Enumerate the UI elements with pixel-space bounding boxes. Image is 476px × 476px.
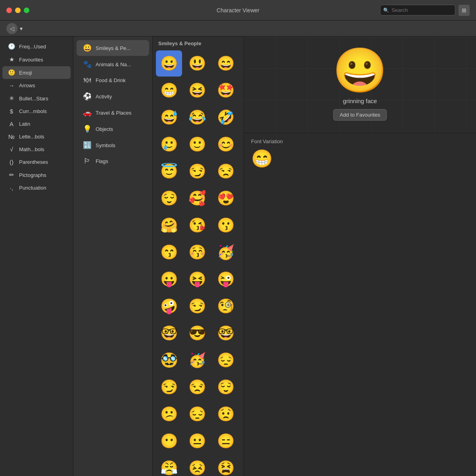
sidebar-label-pictographs: Pictographs (19, 172, 46, 178)
mid-item-symbols[interactable]: 🔣Symbols (77, 137, 149, 153)
mid-item-animals[interactable]: 🐾Animals & Na... (77, 56, 149, 72)
sidebar-item-math-bols[interactable]: √Math...bols (2, 143, 71, 155)
emoji-cell[interactable]: 😟 (213, 401, 239, 427)
mid-item-flags[interactable]: 🏳Flags (77, 154, 149, 169)
emoji-cell[interactable]: 🥳 (213, 239, 239, 265)
sidebar-mid: 😀Smileys & Pe...🐾Animals & Na...🍽Food & … (73, 36, 153, 476)
emoji-cell[interactable]: 😝 (184, 266, 211, 292)
sidebar-item-latin[interactable]: ALatin (2, 118, 71, 130)
dropdown-button[interactable]: ▾ (20, 25, 23, 32)
sidebar-item-arrows[interactable]: →Arrows (2, 79, 71, 92)
emoji-cell[interactable]: 😊 (213, 131, 239, 157)
emoji-cell[interactable]: 😫 (213, 455, 239, 476)
emoji-cell[interactable]: 😆 (184, 77, 211, 104)
sidebar-item-lette-bols[interactable]: №Lette...bols (2, 131, 71, 143)
emoji-cell[interactable]: 😍 (213, 185, 239, 211)
mid-label-flags: Flags (96, 158, 108, 164)
emoji-grid: 😀😃😄😁😆🤩😅😂🤣🥲🙂😊😇😏😒😌🥰😍🤗😘😗😙😚🥳😛😝😜🤪😏🧐🤓😎🤓🥸🥳😔😏😒😌😕… (153, 49, 244, 476)
emoji-cell[interactable]: 🥸 (156, 347, 182, 373)
mid-label-symbols: Symbols (96, 142, 115, 148)
emoji-cell[interactable]: 😔 (213, 347, 239, 373)
emoji-cell[interactable]: 😇 (156, 158, 182, 184)
detail-emoji: 😀 (333, 48, 387, 92)
mid-item-objects[interactable]: 💡Objects (77, 121, 149, 137)
emoji-cell[interactable]: 😕 (156, 401, 182, 427)
emoji-cell[interactable]: 😀 (156, 50, 182, 77)
emoji-cell[interactable]: 😑 (213, 428, 239, 454)
sidebar-item-curr-mbols[interactable]: $Curr...mbols (2, 105, 71, 117)
emoji-cell[interactable]: 😚 (184, 239, 211, 265)
close-button[interactable] (6, 8, 12, 13)
mid-item-travel[interactable]: 🚗Travel & Places (77, 105, 149, 121)
sidebar-label-parentheses: Parentheses (19, 159, 48, 165)
font-variation-emoji[interactable]: 😁 (251, 148, 469, 169)
emoji-cell[interactable]: 😏 (184, 158, 211, 184)
sidebar-item-bullet-stars[interactable]: ✳Bullet...Stars (2, 92, 71, 105)
sidebar-label-math-bols: Math...bols (19, 146, 44, 152)
emoji-cell[interactable]: 😃 (184, 50, 211, 77)
sidebar-icon-latin: A (8, 121, 15, 127)
sidebar-item-freq-used[interactable]: 🕐Freq...Used (2, 40, 71, 53)
emoji-grid-panel: Smileys & People 😀😃😄😁😆🤩😅😂🤣🥲🙂😊😇😏😒😌🥰😍🤗😘😗😙😚… (153, 36, 244, 476)
emoji-cell[interactable]: 😐 (184, 428, 211, 454)
mid-item-activity[interactable]: ⚽Activity (77, 88, 149, 104)
emoji-cell[interactable]: 😙 (156, 239, 182, 265)
nav-back-button[interactable]: ◁ (6, 23, 17, 34)
detail-preview: 😀 grinning face Add to Favourites (244, 36, 476, 133)
sidebar-icon-freq-used: 🕐 (8, 43, 15, 50)
sidebar-icon-emoji: 🙂 (8, 69, 15, 76)
sidebar-label-lette-bols: Lette...bols (19, 134, 44, 140)
mid-item-food[interactable]: 🍽Food & Drink (77, 73, 149, 88)
sidebar-item-parentheses[interactable]: ()Parentheses (2, 156, 71, 168)
emoji-cell[interactable]: 😔 (184, 401, 211, 427)
emoji-cell[interactable]: 🥰 (184, 185, 211, 211)
emoji-cell[interactable]: 😘 (184, 212, 211, 238)
emoji-cell[interactable]: 😎 (184, 320, 211, 346)
sidebar-item-pictographs[interactable]: ✏Pictographs (2, 169, 71, 181)
emoji-cell[interactable]: 😤 (156, 455, 182, 476)
emoji-cell[interactable]: 😌 (156, 185, 182, 211)
toolbar: ◁ ▾ (0, 21, 476, 36)
emoji-cell[interactable]: 😶 (156, 428, 182, 454)
grid-view-button[interactable]: ⊞ (459, 5, 470, 16)
add-to-favourites-button[interactable]: Add to Favourites (333, 109, 387, 121)
sidebar-item-favourites[interactable]: ★Favourites (2, 53, 71, 66)
mid-icon-activity: ⚽ (83, 92, 92, 101)
sidebar-icon-lette-bols: № (8, 133, 15, 140)
emoji-cell[interactable]: 🥲 (156, 131, 182, 157)
emoji-cell[interactable]: 😗 (213, 212, 239, 238)
emoji-cell[interactable]: 🤓 (156, 320, 182, 346)
emoji-cell[interactable]: 🤪 (156, 293, 182, 319)
emoji-cell[interactable]: 😛 (156, 266, 182, 292)
emoji-cell[interactable]: 😄 (213, 50, 239, 77)
minimize-button[interactable] (15, 8, 21, 13)
emoji-cell[interactable]: 😁 (156, 77, 182, 104)
sidebar-item-emoji[interactable]: 🙂Emoji (2, 66, 71, 79)
sidebar-label-freq-used: Freq...Used (19, 44, 46, 50)
search-input[interactable] (380, 5, 455, 15)
maximize-button[interactable] (24, 8, 29, 13)
emoji-cell[interactable]: 😣 (184, 455, 211, 476)
emoji-cell[interactable]: 🥳 (184, 347, 211, 373)
emoji-cell[interactable]: 🤗 (156, 212, 182, 238)
sidebar-icon-punctuation: ·, (8, 184, 15, 191)
emoji-cell[interactable]: 😒 (213, 158, 239, 184)
emoji-cell[interactable]: 🤓 (213, 320, 239, 346)
mid-item-smileys[interactable]: 😀Smileys & Pe... (77, 40, 149, 56)
emoji-cell[interactable]: 😏 (184, 293, 211, 319)
sidebar-item-punctuation[interactable]: ·,Punctuation (2, 182, 71, 194)
sidebar-label-punctuation: Punctuation (19, 185, 46, 191)
emoji-cell[interactable]: 😌 (213, 374, 239, 400)
emoji-cell[interactable]: 😂 (184, 104, 211, 131)
emoji-cell[interactable]: 😒 (184, 374, 211, 400)
emoji-cell[interactable]: 🙂 (184, 131, 211, 157)
emoji-cell[interactable]: 🤩 (213, 77, 239, 104)
emoji-cell[interactable]: 😜 (213, 266, 239, 292)
emoji-cell[interactable]: 😏 (156, 374, 182, 400)
emoji-cell[interactable]: 🤣 (213, 104, 239, 131)
sidebar-label-emoji: Emoji (19, 70, 32, 76)
mid-label-objects: Objects (96, 126, 113, 132)
emoji-cell[interactable]: 🧐 (213, 293, 239, 319)
font-variation-section: Font Variation 😁 (244, 133, 476, 175)
emoji-cell[interactable]: 😅 (156, 104, 182, 131)
